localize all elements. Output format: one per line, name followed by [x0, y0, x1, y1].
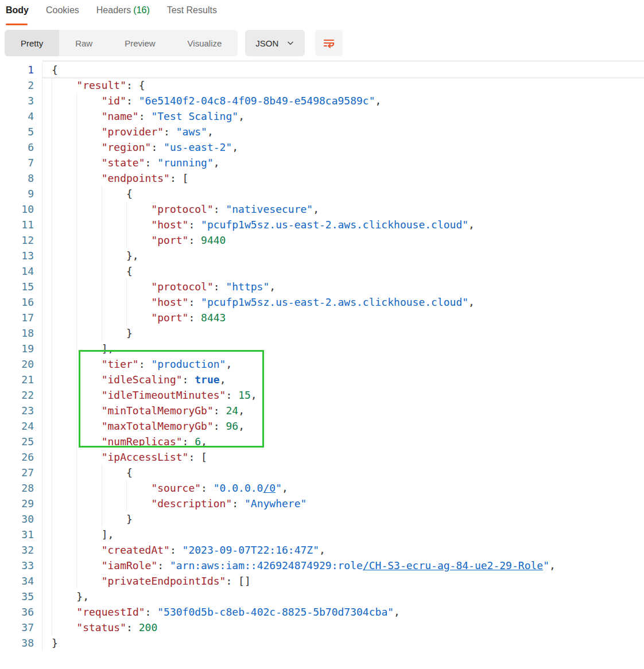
line-number: 37: [0, 620, 42, 635]
code-line: 4"name": "Test Scaling",: [0, 108, 644, 124]
line-number: 3: [0, 93, 42, 108]
line-number: 38: [0, 635, 42, 651]
tab-cookies-label: Cookies: [46, 5, 79, 15]
line-number: 21: [0, 372, 42, 387]
code-line: 10"protocol": "nativesecure",: [0, 201, 644, 217]
code-lines: 1{2"result": {3"id": "6e5140f2-04c8-4f09…: [0, 59, 644, 651]
code-line: 11"host": "pcufp1w5sz.us-east-2.aws.clic…: [0, 217, 644, 232]
view-preview-button[interactable]: Preview: [108, 30, 171, 56]
code-line: 5"provider": "aws",: [0, 124, 644, 139]
code-line: 32"createdAt": "2023-09-07T22:16:47Z",: [0, 542, 644, 558]
line-number: 10: [0, 201, 42, 217]
line-number: 15: [0, 279, 42, 294]
view-mode-switcher: Pretty Raw Preview Visualize: [5, 30, 238, 56]
code-line: 24"maxTotalMemoryGb": 96,: [0, 418, 644, 434]
line-number: 13: [0, 248, 42, 263]
line-number: 11: [0, 217, 42, 232]
code-line: 23"minTotalMemoryGb": 24,: [0, 403, 644, 418]
code-line: 13},: [0, 248, 644, 263]
tab-test-results[interactable]: Test Results: [167, 4, 217, 25]
line-number: 9: [0, 186, 42, 201]
tab-body[interactable]: Body: [6, 4, 29, 25]
code-line: 20"tier": "production",: [0, 356, 644, 372]
line-number: 16: [0, 294, 42, 310]
code-line: 35},: [0, 589, 644, 604]
code-line: 29"description": "Anywhere": [0, 496, 644, 511]
line-number: 17: [0, 310, 42, 325]
code-line: 2"result": {: [0, 77, 644, 93]
view-visualize-button[interactable]: Visualize: [172, 30, 238, 56]
code-line: 17"port": 8443: [0, 310, 644, 325]
line-number: 36: [0, 604, 42, 620]
code-line: 34"privateEndpointIds": []: [0, 573, 644, 589]
code-line: 3"id": "6e5140f2-04c8-4f09-8b49-e5498ca9…: [0, 93, 644, 108]
line-number: 5: [0, 124, 42, 139]
line-number: 6: [0, 139, 42, 155]
code-line: 27{: [0, 465, 644, 480]
line-number: 31: [0, 527, 42, 542]
line-number: 34: [0, 573, 42, 589]
code-line: 18}: [0, 325, 644, 341]
code-line: 38}: [0, 635, 644, 651]
code-line: 28"source": "0.0.0.0/0",: [0, 480, 644, 496]
code-line: 19],: [0, 341, 644, 356]
headers-count-badge: (16): [133, 5, 149, 15]
tab-cookies[interactable]: Cookies: [46, 4, 79, 25]
code-line: 8"endpoints": [: [0, 170, 644, 186]
line-number: 23: [0, 403, 42, 418]
line-number: 32: [0, 542, 42, 558]
line-number: 22: [0, 387, 42, 403]
code-line: 30}: [0, 511, 644, 527]
code-line: 6"region": "us-east-2",: [0, 139, 644, 155]
code-line: 36"requestId": "530f0d5b-c8eb-402c-8825-…: [0, 604, 644, 620]
line-number: 33: [0, 558, 42, 573]
code-line: 16"host": "pcufp1w5sz.us-east-2.aws.clic…: [0, 294, 644, 310]
line-number: 4: [0, 108, 42, 124]
line-number: 1: [0, 62, 42, 77]
tab-test-results-label: Test Results: [167, 5, 217, 15]
line-number: 24: [0, 418, 42, 434]
line-number: 29: [0, 496, 42, 511]
line-number: 19: [0, 341, 42, 356]
view-pretty-button[interactable]: Pretty: [5, 30, 59, 56]
tab-headers-label: Headers: [96, 5, 131, 15]
response-tabs: Body Cookies Headers(16) Test Results: [0, 0, 644, 25]
line-number: 7: [0, 155, 42, 170]
body-view-toolbar: Pretty Raw Preview Visualize JSON: [5, 30, 644, 56]
language-dropdown[interactable]: JSON: [245, 30, 305, 56]
code-line: 26"ipAccessList": [: [0, 449, 644, 465]
code-line: 14{: [0, 263, 644, 279]
code-line: 12"port": 9440: [0, 232, 644, 248]
code-line: 7"state": "running",: [0, 155, 644, 170]
line-number: 30: [0, 511, 42, 527]
line-number: 25: [0, 434, 42, 449]
wrap-text-icon: [322, 36, 336, 50]
line-number: 26: [0, 449, 42, 465]
response-body-editor[interactable]: 1{2"result": {3"id": "6e5140f2-04c8-4f09…: [0, 59, 644, 651]
code-line: 25"numReplicas": 6,: [0, 434, 644, 449]
code-line: 1{: [0, 62, 644, 77]
tab-headers[interactable]: Headers(16): [96, 4, 150, 25]
code-line: 9{: [0, 186, 644, 201]
line-number: 12: [0, 232, 42, 248]
code-line: 31],: [0, 527, 644, 542]
tab-body-label: Body: [6, 5, 29, 15]
code-line: 37"status": 200: [0, 620, 644, 635]
line-number: 2: [0, 77, 42, 93]
line-number: 28: [0, 480, 42, 496]
chevron-down-icon: [286, 39, 294, 47]
view-raw-button[interactable]: Raw: [59, 30, 108, 56]
code-line: 15"protocol": "https",: [0, 279, 644, 294]
line-number: 8: [0, 170, 42, 186]
line-number: 20: [0, 356, 42, 372]
wrap-text-button[interactable]: [315, 30, 343, 56]
code-line: 33"iamRole": "arn:aws:iam::426924874929:…: [0, 558, 644, 573]
line-number: 18: [0, 325, 42, 341]
code-line: 21"idleScaling": true,: [0, 372, 644, 387]
line-number: 35: [0, 589, 42, 604]
line-number: 27: [0, 465, 42, 480]
code-line: 22"idleTimeoutMinutes": 15,: [0, 387, 644, 403]
language-dropdown-label: JSON: [255, 38, 278, 48]
line-number: 14: [0, 263, 42, 279]
